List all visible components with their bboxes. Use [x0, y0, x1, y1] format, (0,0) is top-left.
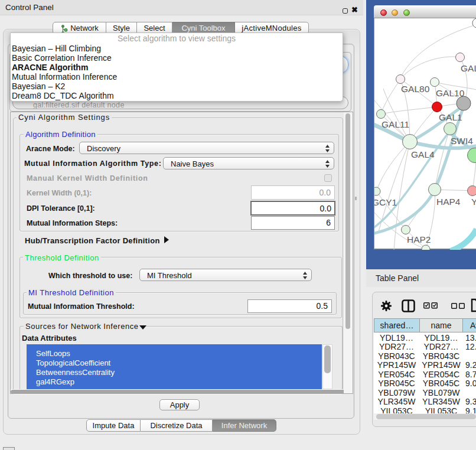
svg-text:GAL80: GAL80	[401, 84, 430, 94]
svg-text:GAL4: GAL4	[411, 149, 435, 159]
svg-text:YB: YB	[471, 197, 476, 207]
svg-text:GAL11: GAL11	[382, 119, 409, 129]
svg-text:HAP4: HAP4	[436, 197, 461, 207]
svg-text:GAL1: GAL1	[439, 112, 462, 122]
svg-text:HAP2: HAP2	[407, 234, 431, 244]
svg-text:GAL2: GAL2	[461, 63, 476, 73]
svg-text:GAL10: GAL10	[436, 88, 465, 98]
svg-text:SWI4: SWI4	[451, 136, 473, 146]
svg-text:GCY1: GCY1	[374, 197, 397, 207]
